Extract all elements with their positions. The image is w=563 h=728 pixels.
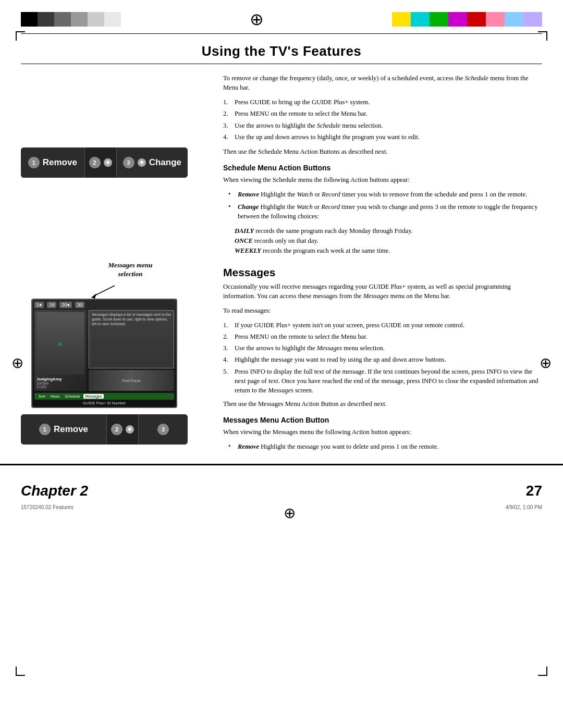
ch-badge-19: 19	[47, 302, 56, 308]
tv-show-area: 📺 JudgingAmy 10/7pm ©CBS	[34, 310, 87, 391]
cs-gray2	[71, 12, 88, 27]
tv-screenshot-inner: 1● 19 20● 30 📺 JudgingAmy 10/7pm	[32, 300, 176, 407]
msg-step5-text: Press INFO to display the full text of t…	[235, 367, 542, 395]
msg-remove-bold: Remove	[238, 443, 259, 450]
cs-cyan	[411, 12, 430, 27]
messages-intro-text: Occasionally you will receive messages r…	[223, 282, 542, 301]
msg-step1-num: 1.	[223, 320, 231, 330]
step3-num: 3.	[223, 121, 231, 130]
step3-text: Use the arrows to highlight the Schedule…	[235, 121, 383, 130]
messages-steps-list: 1. If your GUIDE Plus+ system isn't on y…	[223, 320, 542, 395]
change-button-section: 3 ✱ Change	[117, 147, 188, 178]
cs-red	[467, 12, 486, 27]
watch-italic: Watch	[297, 191, 313, 198]
crosshair-bottom: ⊕	[284, 504, 296, 522]
ch-badge-20: 20●	[59, 302, 71, 308]
btn2-section: 2 ✱	[85, 147, 117, 178]
side-crosshair-right: ⊕	[540, 354, 552, 372]
messages-italic-3: Messages	[268, 387, 293, 394]
freq-weekly-desc: records the program each week at the sam…	[261, 247, 390, 254]
tv-right-area: Messages displays a list of messages sen…	[89, 310, 174, 391]
step1-text: Press GUIDE to bring up the GUIDE Plus+ …	[235, 97, 370, 107]
bullet-dot-1: •	[228, 190, 235, 199]
freq-once: ONCE records only on that day.	[235, 236, 542, 246]
msg-remove-section: 1 Remove	[21, 414, 107, 445]
bullet-remove-text: Remove Highlight the Watch or Record tim…	[238, 190, 527, 199]
corner-mark-tr	[538, 31, 547, 41]
nav-messages: Messages	[83, 394, 104, 399]
msg-bullet-remove-text: Remove Highlight the message you want to…	[238, 442, 438, 451]
schedule-buttons-area: 1 Remove 2 ✱ 3 ✱ Change	[21, 147, 209, 178]
msg-btn3-section: 3	[139, 414, 188, 445]
chapter-label: Chapter 2	[21, 483, 88, 499]
show-name: JudgingAmy	[36, 377, 84, 382]
corner-mark-br	[538, 667, 547, 676]
messages-italic: Messages	[363, 292, 389, 300]
msg-step-1: 1. If your GUIDE Plus+ system isn't on y…	[223, 320, 542, 330]
step1-num: 1.	[223, 97, 231, 107]
step-1: 1. Press GUIDE to bring up the GUIDE Plu…	[223, 97, 542, 107]
btn3-circle: 3	[123, 157, 134, 168]
msg-step2-num: 2.	[223, 332, 231, 341]
page-number: 27	[526, 483, 542, 499]
msg-btn3-circle: 3	[157, 424, 169, 435]
schedule-action-heading: Schedule Menu Action Buttons	[223, 164, 542, 172]
page-title: Using the TV's Features	[21, 43, 542, 59]
messages-italic-2: Messages	[317, 344, 342, 352]
msg-step2-text: Press MENU on the remote to select the M…	[235, 332, 368, 341]
schedule-italic: Schedule	[465, 75, 488, 82]
show-network: ©CBS	[36, 385, 84, 389]
bullet-change: • Change Highlight the Watch or Record t…	[223, 202, 542, 221]
tv-screenshot: 1● 19 20● 30 📺 JudgingAmy 10/7pm	[31, 299, 177, 408]
step2-text: Press MENU on the remote to select the M…	[235, 109, 368, 118]
msg-btn1-circle: 1	[39, 424, 51, 435]
nav-sort: Sort	[36, 394, 47, 399]
schedule-intro-text: To remove or change the frequency (daily…	[223, 73, 542, 92]
msg-step-4: 4. Highlight the message you want to rea…	[223, 355, 542, 364]
msg-step4-num: 4.	[223, 355, 231, 364]
schedule-italic-2: Schedule	[317, 122, 340, 129]
corner-mark-bl	[16, 667, 25, 676]
msg-step1-text: If your GUIDE Plus+ system isn't on your…	[235, 320, 464, 330]
tv-message-box: Messages displays a list of messages sen…	[89, 310, 174, 369]
step4-text: Use the up and down arrows to highlight …	[235, 132, 420, 142]
msg-remove-label: Remove	[54, 424, 88, 435]
msg-btn2-icon: ✱	[126, 425, 134, 434]
cs-gray3	[88, 12, 104, 27]
print-info-left: 15720240.02 Features	[21, 504, 74, 522]
frequency-block: DAILY records the same program each day …	[235, 226, 542, 255]
msg-step-2: 2. Press MENU on the remote to select th…	[223, 332, 542, 341]
right-column: To remove or change the frequency (daily…	[209, 73, 542, 456]
tv-guide-num: GUIDE Plus+ iD Number	[34, 401, 174, 405]
messages-section: Messages Occasionally you will receive m…	[223, 266, 542, 452]
left-column: 1 Remove 2 ✱ 3 ✱ Change Messages menu se…	[21, 73, 209, 456]
top-rule	[21, 33, 542, 34]
top-bar: ⊕	[0, 0, 563, 29]
corner-mark-tl	[16, 31, 25, 41]
step-2: 2. Press MENU on the remote to select th…	[223, 109, 542, 118]
msg-btn2-circle: 2	[111, 424, 123, 435]
msg-step3-num: 3.	[223, 343, 231, 353]
svg-marker-1	[91, 293, 96, 299]
cs-magenta	[448, 12, 467, 27]
freq-daily: DAILY records the same program each day …	[235, 226, 542, 236]
step-4: 4. Use the up and down arrows to highlig…	[223, 132, 542, 142]
tv-top-bar: 1● 19 20● 30	[34, 302, 174, 308]
crosshair-top: ⊕	[241, 9, 272, 29]
messages-action-desc: When viewing the Messages menu the follo…	[223, 427, 542, 437]
cs-pink	[486, 12, 505, 27]
cs-gray1	[54, 12, 71, 27]
msg-btn2-section: 2 ✱	[107, 414, 139, 445]
bullet-dot-2: •	[228, 202, 235, 221]
cs-yellow	[392, 12, 411, 27]
change-bold: Change	[238, 203, 259, 211]
msg-bullet-remove: • Remove Highlight the message you want …	[223, 442, 542, 451]
ch-badge-30: 30	[75, 302, 84, 308]
msg-bullet-dot: •	[228, 442, 235, 451]
messages-action-buttons: 1 Remove 2 ✱ 3	[21, 414, 188, 445]
arrow-diagram	[31, 283, 177, 299]
chapter-footer: Chapter 2 27	[0, 464, 563, 499]
tv-main-area: 📺 JudgingAmy 10/7pm ©CBS Messages displa…	[34, 310, 174, 391]
messages-menu-label: Messages menu selection	[52, 261, 209, 279]
to-read-label: To read messages:	[223, 306, 542, 315]
